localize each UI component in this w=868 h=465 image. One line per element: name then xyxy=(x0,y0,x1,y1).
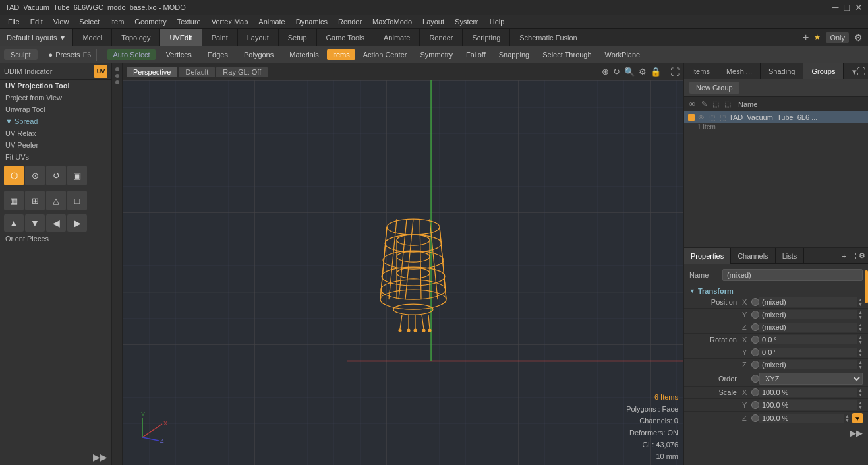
menu-item-animate[interactable]: Animate xyxy=(253,15,290,29)
layout-tab-scripting[interactable]: Scripting xyxy=(463,29,510,46)
rp-btab-channels[interactable]: Channels xyxy=(731,248,775,264)
menu-item-help[interactable]: Help xyxy=(484,15,510,29)
minimize-btn[interactable]: ─ xyxy=(832,2,839,13)
layout-tab-topology[interactable]: Topology xyxy=(112,29,160,46)
prop-z-down[interactable]: ▼ xyxy=(858,327,863,332)
vp-lock-icon[interactable]: 🔒 xyxy=(651,67,661,77)
menu-item-item[interactable]: Item xyxy=(105,15,129,29)
vp-tab-perspective[interactable]: Perspective xyxy=(127,67,177,77)
rp-tab-mesh[interactable]: Mesh ... xyxy=(718,63,761,79)
sel-btn-edges[interactable]: Edges xyxy=(202,49,233,60)
layout-tab-render[interactable]: Render xyxy=(420,29,463,46)
sel-btn-action-center[interactable]: Action Center xyxy=(358,49,413,60)
btab-add-icon[interactable]: + xyxy=(842,252,846,260)
prop-y-up[interactable]: ▲ xyxy=(858,310,863,315)
prop-sz-up[interactable]: ▲ xyxy=(845,414,850,418)
prop-sy-up[interactable]: ▲ xyxy=(858,400,863,405)
collapse-btn[interactable]: ▶▶ xyxy=(93,452,107,462)
prop-sy-down[interactable]: ▼ xyxy=(858,405,863,410)
prop-ry-up[interactable]: ▲ xyxy=(858,348,863,352)
uv-projection-tool[interactable]: UV Projection Tool xyxy=(0,80,111,92)
vp-search-icon[interactable]: 🔍 xyxy=(624,67,635,77)
sel-btn-snapping[interactable]: Snapping xyxy=(494,49,535,60)
prop-y-down[interactable]: ▼ xyxy=(858,315,863,319)
prop-name-input[interactable] xyxy=(722,269,863,281)
prop-rz-up[interactable]: ▲ xyxy=(858,360,863,365)
vp-refresh-icon[interactable]: ↻ xyxy=(613,67,620,77)
add-layout-btn[interactable]: + xyxy=(803,32,809,44)
tool-icon-4[interactable]: ▦ xyxy=(4,191,24,210)
prop-ry-circle[interactable] xyxy=(751,348,759,356)
spread-item[interactable]: ▼ Spread xyxy=(0,115,111,127)
sel-btn-auto-select[interactable]: Auto Select xyxy=(107,49,155,60)
vp-tab-raygl[interactable]: Ray GL: Off xyxy=(216,67,268,77)
rp-item-row-0[interactable]: 👁 ⬚ ⬚ TAD_Vacuum_Tube_6L6 ... xyxy=(684,111,868,123)
prop-sz-circle[interactable] xyxy=(751,414,759,422)
close-btn[interactable]: ✕ xyxy=(855,2,863,13)
vp-orbit-icon[interactable]: ⊕ xyxy=(602,67,609,77)
sel-btn-polygons[interactable]: Polygons xyxy=(239,49,279,60)
udim-indicator[interactable]: UDIM Indicator xyxy=(4,67,52,75)
prop-sx-circle[interactable] xyxy=(751,388,759,396)
scale-z-orange-btn[interactable]: ▼ xyxy=(852,413,863,423)
rp-tab-shading[interactable]: Shading xyxy=(761,63,803,79)
layout-tab-animate[interactable]: Animate xyxy=(374,29,420,46)
arrow-right[interactable]: ▶ xyxy=(67,214,87,232)
presets-label[interactable]: Presets xyxy=(55,51,80,59)
uv-peeler[interactable]: UV Peeler xyxy=(0,139,111,151)
menu-item-dynamics[interactable]: Dynamics xyxy=(291,15,333,29)
viewport-canvas[interactable]: X Y Z 6 Items Polygons : Face Channels: … xyxy=(123,80,683,465)
layout-tab-setup[interactable]: Setup xyxy=(279,29,317,46)
prop-sz-down[interactable]: ▼ xyxy=(845,418,850,423)
menu-item-texture[interactable]: Texture xyxy=(172,15,206,29)
tool-icon-0[interactable]: ⬡ xyxy=(4,166,24,185)
rp-dropdown-icon[interactable]: ▾ xyxy=(852,67,857,77)
rp-btab-lists[interactable]: Lists xyxy=(776,248,805,264)
prop-rx-up[interactable]: ▲ xyxy=(858,335,863,340)
sel-btn-workplane[interactable]: WorkPlane xyxy=(600,49,646,60)
menu-item-maxtomodo[interactable]: MaxToModo xyxy=(367,15,417,29)
menu-item-view[interactable]: View xyxy=(48,15,74,29)
menu-item-edit[interactable]: Edit xyxy=(25,15,48,29)
sel-btn-materials[interactable]: Materials xyxy=(284,49,324,60)
uv-relax[interactable]: UV Relax xyxy=(0,127,111,139)
prop-order-select[interactable]: XYZ XZY YXZ YZX ZXY ZYX xyxy=(759,373,863,385)
sculpt-btn[interactable]: Sculpt xyxy=(4,49,38,60)
layout-tab-game-tools[interactable]: Game Tools xyxy=(317,29,375,46)
unwrap-tool[interactable]: Unwrap Tool xyxy=(0,104,111,115)
maximize-btn[interactable]: □ xyxy=(844,2,850,13)
vp-tab-default[interactable]: Default xyxy=(179,67,215,77)
sel-btn-select-through[interactable]: Select Through xyxy=(537,49,596,60)
tool-icon-2[interactable]: ↺ xyxy=(46,166,66,185)
layout-gear-icon[interactable]: ⚙ xyxy=(854,32,863,43)
sel-btn-falloff[interactable]: Falloff xyxy=(461,49,491,60)
vp-settings-icon[interactable]: ⚙ xyxy=(639,67,647,77)
rp-tab-groups[interactable]: Groups xyxy=(803,63,844,79)
sel-btn-items[interactable]: Items xyxy=(327,49,355,60)
prop-ry-down[interactable]: ▼ xyxy=(858,352,863,357)
prop-rx-circle[interactable] xyxy=(751,336,759,344)
tool-icon-1[interactable]: ⊙ xyxy=(25,166,45,185)
new-group-button[interactable]: New Group xyxy=(689,82,739,94)
prop-x-up[interactable]: ▲ xyxy=(858,297,863,302)
rp-btab-properties[interactable]: Properties xyxy=(684,248,731,264)
prop-y-circle[interactable] xyxy=(751,311,759,319)
prop-z-circle[interactable] xyxy=(751,323,759,331)
prop-x-circle[interactable] xyxy=(751,298,759,306)
tool-icon-6[interactable]: △ xyxy=(46,191,66,210)
vp-fullscreen-btn[interactable]: ⛶ xyxy=(670,67,680,77)
sel-btn-symmetry[interactable]: Symmetry xyxy=(415,49,458,60)
menu-item-render[interactable]: Render xyxy=(333,15,367,29)
prop-z-up[interactable]: ▲ xyxy=(858,323,863,327)
prop-rz-down[interactable]: ▼ xyxy=(858,365,863,369)
orient-pieces[interactable]: Orient Pieces xyxy=(0,233,111,245)
prop-rz-circle[interactable] xyxy=(751,361,759,369)
prop-forward-btn[interactable]: ▶▶ xyxy=(850,428,863,438)
btab-expand-icon[interactable]: ⛶ xyxy=(849,252,856,260)
rp-expand-icon[interactable]: ⛶ xyxy=(857,67,865,77)
prop-order-circle[interactable] xyxy=(751,375,759,383)
rp-tab-items[interactable]: Items xyxy=(684,63,718,79)
prop-rx-down[interactable]: ▼ xyxy=(858,340,863,344)
menu-item-geometry[interactable]: Geometry xyxy=(129,15,171,29)
menu-item-file[interactable]: File xyxy=(3,15,25,29)
